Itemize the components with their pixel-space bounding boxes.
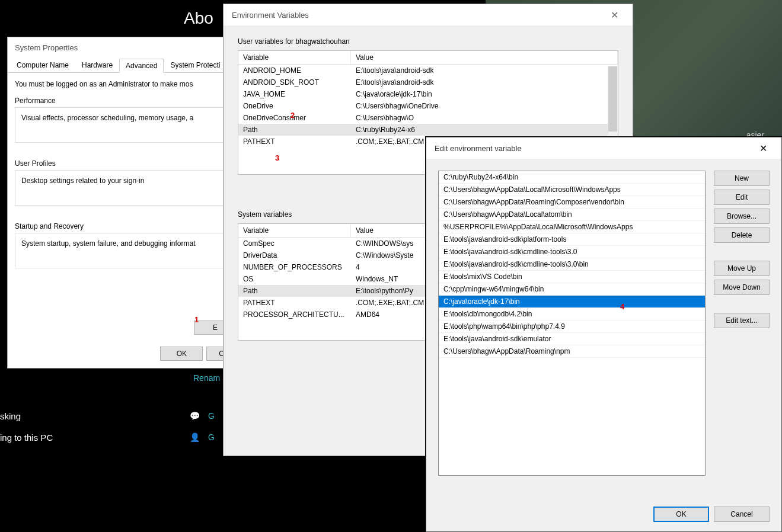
editenv-titlebar: Edit environment variable ✕	[426, 137, 781, 159]
user-var-row[interactable]: OneDriveC:\Users\bhagw\OneDrive	[238, 100, 618, 112]
annotation-4: 4	[620, 302, 624, 311]
system-properties-tabs: Computer Name Hardware Advanced System P…	[8, 58, 244, 73]
move-up-button[interactable]: Move Up	[714, 261, 770, 276]
performance-group-title: Performance	[15, 97, 237, 105]
annotation-2: 2	[291, 111, 295, 120]
user-var-value: C:\ruby\Ruby24-x6	[351, 124, 618, 136]
sys-var-name: PATHEXT	[238, 297, 351, 309]
startup-group-box: System startup, system failure, and debu…	[15, 233, 237, 268]
sys-table-header-variable[interactable]: Variable	[238, 224, 351, 237]
path-entry-item[interactable]: C:\Users\bhagw\AppData\Local\Microsoft\W…	[439, 184, 705, 196]
admin-note: You must be logged on as an Administrato…	[15, 80, 237, 88]
sys-var-name: ComSpec	[238, 238, 351, 249]
edit-text-button[interactable]: Edit text...	[714, 313, 770, 328]
editenv-close-icon[interactable]: ✕	[754, 140, 773, 156]
sys-var-name: Path	[238, 285, 351, 297]
envvar-titlebar: Environment Variables ✕	[224, 4, 633, 25]
user-var-row[interactable]: JAVA_HOMEC:\java\oracle\jdk-17\bin	[238, 88, 618, 100]
startup-group-title: Startup and Recovery	[15, 222, 237, 230]
user-variables-label: User variables for bhagwatchouhan	[238, 37, 618, 46]
annotation-1: 1	[194, 315, 199, 324]
system-properties-dialog: System Properties Computer Name Hardware…	[7, 37, 244, 368]
editenv-ok-button[interactable]: OK	[653, 507, 709, 522]
path-entry-item[interactable]: %USERPROFILE%\AppData\Local\Microsoft\Wi…	[439, 221, 705, 233]
envvar-title: Environment Variables	[232, 11, 309, 20]
help-link-2-label: G	[208, 432, 215, 442]
user-var-name: ANDROID_SDK_ROOT	[238, 76, 351, 88]
path-entry-item[interactable]: E:\tools\db\mongodb\4.2\bin	[439, 308, 705, 321]
user-var-row[interactable]: ANDROID_HOMEE:\tools\java\android-sdk	[238, 65, 618, 76]
envvar-close-icon[interactable]: ✕	[605, 7, 624, 23]
user-var-value: C:\java\oracle\jdk-17\bin	[351, 88, 618, 100]
system-properties-title: System Properties	[8, 37, 244, 58]
user-table-scrollbar-thumb[interactable]	[608, 66, 617, 132]
settings-page-title: Abo	[184, 9, 213, 28]
user-var-name: PATHEXT	[238, 136, 351, 148]
move-down-button[interactable]: Move Down	[714, 280, 770, 295]
path-entry-item[interactable]: E:\tools\java\android-sdk\cmdline-tools\…	[439, 258, 705, 271]
editenv-cancel-button[interactable]: Cancel	[714, 507, 770, 522]
path-entry-item[interactable]: C:\ruby\Ruby24-x64\bin	[439, 171, 705, 184]
path-entry-item[interactable]: C:\Users\bhagw\AppData\Local\atom\bin	[439, 209, 705, 221]
annotation-3: 3	[275, 153, 279, 162]
user-var-name: JAVA_HOME	[238, 88, 351, 100]
path-entry-item[interactable]: E:\tools\java\android-sdk\cmdline-tools\…	[439, 246, 705, 258]
edit-environment-variable-dialog: Edit environment variable ✕ C:\ruby\Ruby…	[426, 137, 782, 532]
user-var-name: ANDROID_HOME	[238, 65, 351, 76]
sys-var-name: PROCESSOR_ARCHITECTU...	[238, 309, 351, 321]
user-var-value: C:\Users\bhagw\O	[351, 112, 618, 124]
sys-var-name: DriverData	[238, 249, 351, 261]
path-entry-item[interactable]: C:\Users\bhagw\AppData\Roaming\Composer\…	[439, 196, 705, 209]
tab-computer-name[interactable]: Computer Name	[10, 58, 75, 72]
path-entry-item[interactable]: E:\tools\java\android-sdk\emulator	[439, 333, 705, 345]
settings-nav-projecting[interactable]: ing to this PC	[0, 432, 53, 443]
user-var-value: E:\tools\java\android-sdk	[351, 65, 618, 76]
chat-icon: 💬	[190, 411, 200, 421]
tab-system-protection[interactable]: System Protecti	[164, 58, 226, 72]
help-link-1-label: G	[208, 411, 215, 421]
user-var-value: C:\Users\bhagw\OneDrive	[351, 100, 618, 112]
performance-group-box: Visual effects, processor scheduling, me…	[15, 107, 237, 143]
sys-var-name: NUMBER_OF_PROCESSORS	[238, 261, 351, 273]
edit-button[interactable]: Edit	[714, 190, 770, 205]
user-var-name: OneDrive	[238, 100, 351, 112]
path-entry-item[interactable]: E:\tools\mix\VS Code\bin	[439, 271, 705, 283]
path-entry-item[interactable]: C:\Users\bhagw\AppData\Roaming\npm	[439, 345, 705, 358]
user-var-row[interactable]: PathC:\ruby\Ruby24-x6	[238, 124, 618, 136]
path-entry-item[interactable]: C:\java\oracle\jdk-17\bin	[439, 296, 705, 308]
user-table-header-value[interactable]: Value	[351, 51, 618, 64]
editenv-title: Edit environment variable	[435, 144, 522, 153]
user-var-name: Path	[238, 124, 351, 136]
sys-var-name: OS	[238, 273, 351, 285]
user-var-value: E:\tools\java\android-sdk	[351, 76, 618, 88]
path-entry-item[interactable]: E:\tools\java\android-sdk\platform-tools	[439, 233, 705, 246]
person-icon: 👤	[190, 432, 200, 442]
tab-advanced[interactable]: Advanced	[119, 59, 164, 73]
rename-pc-link[interactable]: Renam	[193, 373, 220, 383]
user-table-header-variable[interactable]: Variable	[238, 51, 351, 64]
sysprop-ok-button[interactable]: OK	[160, 347, 203, 361]
settings-nav-multitasking[interactable]: sking	[0, 411, 21, 421]
delete-button[interactable]: Delete	[714, 227, 770, 243]
path-entry-item[interactable]: C:\cpp\mingw-w64\mingw64\bin	[439, 283, 705, 296]
path-entries-list[interactable]: C:\ruby\Ruby24-x64\binC:\Users\bhagw\App…	[438, 171, 706, 476]
help-link-1[interactable]: 💬 G	[190, 411, 215, 421]
help-link-2[interactable]: 👤 G	[190, 432, 215, 442]
userprofiles-group-title: User Profiles	[15, 159, 237, 168]
browse-button[interactable]: Browse...	[714, 209, 770, 224]
user-var-row[interactable]: ANDROID_SDK_ROOTE:\tools\java\android-sd…	[238, 76, 618, 88]
user-var-row[interactable]: OneDriveConsumerC:\Users\bhagw\O	[238, 112, 618, 124]
userprofiles-group-box: Desktop settings related to your sign-in	[15, 170, 237, 206]
tab-hardware[interactable]: Hardware	[75, 58, 119, 72]
new-button[interactable]: New	[714, 171, 770, 186]
path-entry-item[interactable]: E:\tools\php\wamp64\bin\php\php7.4.9	[439, 321, 705, 333]
